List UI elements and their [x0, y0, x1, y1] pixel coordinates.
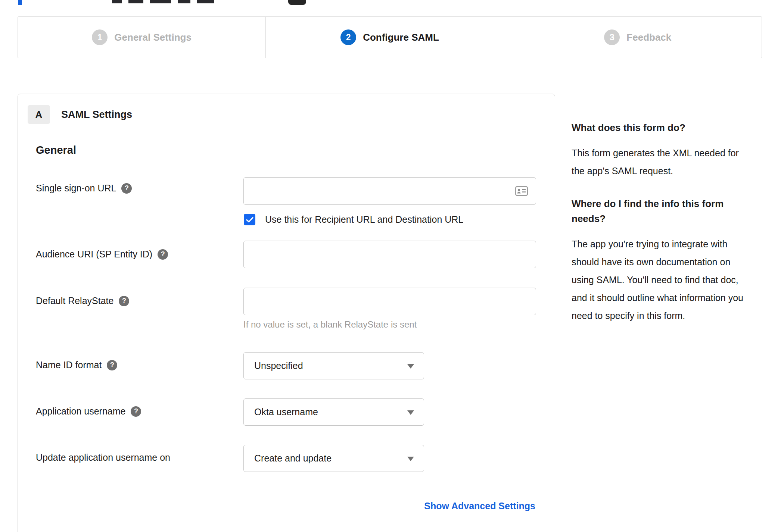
- help-sidebar: What does this form do? This form genera…: [572, 120, 756, 341]
- step-label: Configure SAML: [363, 32, 439, 43]
- application-username-select[interactable]: Okta username: [243, 398, 424, 426]
- step-label: Feedback: [626, 32, 671, 43]
- sso-url-input-wrap: [243, 177, 536, 205]
- select-value: Okta username: [254, 407, 318, 417]
- help-icon[interactable]: [158, 249, 168, 260]
- help-icon[interactable]: [119, 296, 129, 306]
- sso-url-input[interactable]: [243, 177, 536, 205]
- field-label: Application username: [36, 406, 125, 417]
- cropped-title-fragment: [112, 0, 122, 3]
- chevron-down-icon: [407, 364, 414, 369]
- sidebar-heading-1: What does this form do?: [572, 120, 756, 135]
- recipient-url-checkbox[interactable]: [244, 214, 255, 225]
- help-icon[interactable]: [131, 406, 141, 417]
- saml-settings-card: A SAML Settings General Single sign-on U…: [18, 94, 555, 532]
- wizard-stepper: 1 General Settings 2 Configure SAML 3 Fe…: [18, 16, 762, 58]
- relay-state-input[interactable]: [243, 288, 536, 315]
- step-number-badge: 2: [340, 29, 356, 45]
- cropped-title-fragment: [197, 0, 214, 3]
- update-username-select[interactable]: Create and update: [243, 445, 424, 472]
- chevron-down-icon: [407, 410, 414, 415]
- sidebar-heading-2: Where do I find the info this form needs…: [572, 196, 756, 226]
- step-number-badge: 1: [92, 29, 108, 45]
- select-value: Create and update: [254, 453, 332, 464]
- cropped-app-logo: [288, 0, 306, 5]
- field-label: Single sign-on URL: [36, 183, 116, 194]
- field-label: Default RelayState: [36, 295, 113, 306]
- application-username-label: Application username: [36, 406, 141, 417]
- sidebar-paragraph-2: The app you're trying to integrate with …: [572, 235, 754, 325]
- chevron-down-icon: [407, 457, 414, 461]
- cropped-title-fragment: [150, 0, 171, 3]
- step-feedback[interactable]: 3 Feedback: [514, 17, 762, 58]
- show-advanced-settings-link[interactable]: Show Advanced Settings: [424, 501, 535, 511]
- section-a-badge: A: [28, 105, 50, 124]
- step-number-badge: 3: [604, 29, 620, 45]
- audience-uri-input[interactable]: [243, 241, 536, 268]
- recipient-url-checkbox-row: Use this for Recipient URL and Destinati…: [244, 214, 463, 225]
- help-icon[interactable]: [121, 183, 132, 194]
- audience-uri-label: Audience URI (SP Entity ID): [36, 249, 168, 260]
- cropped-blue-mark: [18, 0, 22, 5]
- field-label: Name ID format: [36, 360, 102, 370]
- field-label: Update application username on: [36, 452, 170, 463]
- step-label: General Settings: [114, 32, 192, 43]
- cropped-title-fragment: [178, 0, 190, 3]
- update-username-label: Update application username on: [36, 452, 170, 463]
- name-id-format-label: Name ID format: [36, 360, 117, 370]
- name-id-format-select[interactable]: Unspecified: [243, 352, 424, 379]
- select-value: Unspecified: [254, 360, 303, 371]
- sidebar-paragraph-1: This form generates the XML needed for t…: [572, 144, 754, 180]
- relay-state-label: Default RelayState: [36, 295, 129, 306]
- cropped-title-fragment: [128, 0, 143, 3]
- group-title-general: General: [36, 144, 76, 156]
- checkbox-label: Use this for Recipient URL and Destinati…: [265, 214, 463, 225]
- step-general-settings[interactable]: 1 General Settings: [18, 17, 265, 58]
- sso-url-label: Single sign-on URL: [36, 183, 132, 194]
- section-title: SAML Settings: [61, 109, 132, 121]
- relay-state-hint: If no value is set, a blank RelayState i…: [243, 319, 417, 330]
- help-icon[interactable]: [107, 360, 117, 370]
- step-configure-saml[interactable]: 2 Configure SAML: [265, 17, 513, 58]
- field-label: Audience URI (SP Entity ID): [36, 249, 152, 260]
